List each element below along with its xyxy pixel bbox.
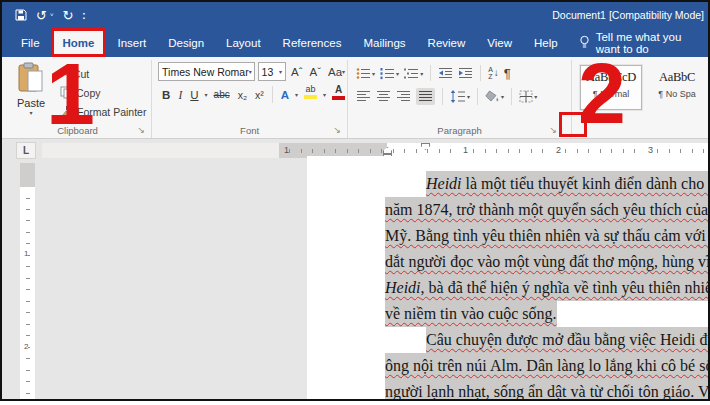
tab-references[interactable]: References	[272, 28, 353, 57]
outdent-icon	[438, 67, 453, 80]
highlight-button[interactable]: ab	[302, 85, 319, 104]
font-color-bar	[332, 96, 345, 100]
vruler-ticks	[26, 187, 30, 399]
doc-line[interactable]: Heidi là một tiểu thuyết kinh điển dành …	[385, 171, 710, 197]
save-icon[interactable]	[15, 9, 27, 21]
selection-highlight: Heidi, bà đã thể hiện ý nghĩa về tình yê…	[385, 275, 710, 301]
undo-icon[interactable]: ↺	[36, 9, 47, 22]
doc-line[interactable]: người lạnh nhạt, sống ẩn dật và từ chối …	[385, 379, 710, 401]
font-name-combo[interactable]: Times New Romar ▾	[158, 62, 254, 81]
vruler-margin-segment	[20, 163, 35, 187]
tab-insert[interactable]: Insert	[106, 28, 157, 57]
line-spacing-button[interactable]: ▾	[450, 90, 470, 103]
ruler-number: 2	[554, 145, 563, 155]
tab-view[interactable]: View	[476, 28, 523, 57]
paragraph-group: ▾ ▾ ▾ AZ	[348, 60, 572, 138]
justify-button[interactable]	[416, 88, 435, 105]
annotation-step-1: 1	[46, 55, 95, 133]
align-left-button[interactable]	[356, 90, 371, 103]
document-page[interactable]: Heidi là một tiểu thuyết kinh điển dành …	[307, 156, 710, 399]
font-name-value: Times New Romar	[162, 66, 249, 78]
bullets-button[interactable]: ▾	[356, 67, 375, 80]
selection-highlight: người lạnh nhạt, sống ẩn dật và từ chối …	[385, 379, 710, 401]
annotation-step-2: 2	[578, 53, 626, 133]
paragraph-dialog-launcher-icon[interactable]: ↘	[549, 125, 557, 135]
style-no-spacing-name: ¶ No Spa	[647, 89, 707, 99]
borders-icon	[519, 90, 533, 103]
font-size-combo[interactable]: 13 ▾	[258, 62, 286, 81]
superscript-button[interactable]: x²	[253, 85, 266, 104]
tab-selector-button[interactable]: L	[16, 142, 36, 159]
ruler-ticks	[279, 149, 708, 153]
clipboard-dialog-launcher-icon[interactable]: ↘	[138, 125, 146, 135]
undo-dropdown-icon[interactable]: ˅	[50, 12, 54, 18]
align-left-icon	[356, 90, 371, 103]
title-bar: ↺ ˅ ↻ : Document1 [Compatibility Mode]	[2, 2, 708, 28]
doc-line[interactable]: ông nội trên núi Alm. Dân làng lo lắng k…	[385, 353, 710, 379]
doc-line[interactable]: về niềm tin vào cuộc sống.	[385, 301, 710, 327]
line-spacing-icon	[450, 90, 466, 103]
window-title: Document1 [Compatibility Mode]	[552, 9, 708, 21]
font-group: Times New Romar ▾ 13 ▾ Aˆ Aˇ Aa▾ B I U ▾…	[152, 60, 348, 138]
selection-highlight: về niềm tin vào cuộc sống.	[385, 301, 557, 327]
tab-file[interactable]: File	[10, 28, 51, 57]
subscript-button[interactable]: x₂	[236, 85, 249, 104]
italic-button[interactable]: I	[176, 85, 184, 104]
font-color-button[interactable]: A	[330, 85, 347, 104]
ruler-number: 1	[461, 145, 470, 155]
align-right-icon	[396, 90, 411, 103]
highlight-color-bar	[304, 95, 317, 99]
customize-qat-icon[interactable]: :	[82, 10, 86, 21]
align-right-button[interactable]	[396, 90, 411, 103]
font-name-dropdown-icon: ▾	[249, 68, 252, 75]
doc-line[interactable]: Câu chuyện được mở đầu bằng việc Heidi đ…	[385, 327, 710, 353]
doc-line[interactable]: dắt người đọc vào một vùng đất thơ mộng,…	[385, 249, 710, 275]
text-effects-dropdown-icon[interactable]: ▾	[295, 91, 298, 98]
align-center-button[interactable]	[376, 90, 391, 103]
tab-review[interactable]: Review	[417, 28, 477, 57]
underline-button[interactable]: U	[188, 85, 200, 104]
underline-dropdown-icon[interactable]: ▾	[205, 91, 208, 98]
selection-highlight: ông nội trên núi Alm. Dân làng lo lắng k…	[385, 353, 710, 379]
change-case-button[interactable]: Aa▾	[326, 62, 347, 81]
shrink-font-button[interactable]: Aˇ	[308, 62, 324, 81]
doc-line[interactable]: năm 1874, trở thành một quyển sách yêu t…	[385, 197, 710, 223]
redo-icon[interactable]: ↻	[62, 9, 73, 22]
selection-highlight: năm 1874, trở thành một quyển sách yêu t…	[385, 197, 710, 223]
quick-access-toolbar: ↺ ˅ ↻ :	[2, 9, 87, 22]
style-no-spacing-preview: AaBbC	[647, 70, 707, 85]
grow-font-button[interactable]: Aˆ	[289, 62, 305, 81]
font-size-value: 13	[262, 66, 274, 78]
multilevel-list-button[interactable]: ▾	[404, 67, 423, 80]
word-window: ↺ ˅ ↻ : Document1 [Compatibility Mode] F…	[0, 0, 710, 401]
doc-text-segment: , bà đã thể hiện ý nghĩa về tình yêu thi…	[421, 279, 710, 296]
doc-line[interactable]: Heidi, bà đã thể hiện ý nghĩa về tình yê…	[385, 275, 710, 301]
font-dialog-launcher-icon[interactable]: ↘	[334, 125, 342, 135]
bullet-list-icon	[356, 67, 371, 80]
numbering-button[interactable]: ▾	[380, 67, 399, 80]
doc-text-segment: người lạnh nhạt, sống ẩn dật và từ chối …	[385, 383, 710, 400]
numbered-list-icon	[380, 67, 395, 80]
selection-highlight: dắt người đọc vào một vùng đất thơ mộng,…	[385, 249, 710, 275]
document-text: Heidi là một tiểu thuyết kinh điển dành …	[307, 156, 710, 401]
increase-indent-button[interactable]	[458, 67, 473, 80]
text-effects-button[interactable]: A	[279, 85, 291, 104]
tab-design[interactable]: Design	[157, 28, 215, 57]
style-no-spacing[interactable]: AaBbC ¶ No Spa	[646, 65, 708, 110]
tab-help[interactable]: Help	[523, 28, 569, 57]
tab-layout[interactable]: Layout	[215, 28, 272, 57]
vruler-number: 1	[24, 249, 28, 258]
sort-button[interactable]: AZ ↓	[488, 66, 499, 80]
show-marks-button[interactable]: ¶	[504, 66, 511, 81]
shading-button[interactable]: ▾	[485, 90, 504, 103]
borders-button[interactable]: ▾	[519, 90, 537, 103]
justify-icon	[418, 90, 433, 103]
decrease-indent-button[interactable]	[438, 67, 453, 80]
highlight-dropdown-icon[interactable]: ▾	[323, 91, 326, 98]
doc-line[interactable]: Mỹ. Bằng tình yêu thiên nhiên và sự thấu…	[385, 223, 710, 249]
bold-button[interactable]: B	[160, 85, 172, 104]
vruler-number: 2	[24, 342, 28, 351]
vertical-ruler[interactable]: 1 2	[20, 163, 35, 399]
tab-mailings[interactable]: Mailings	[352, 28, 416, 57]
strikethrough-button[interactable]: abc	[212, 85, 232, 104]
